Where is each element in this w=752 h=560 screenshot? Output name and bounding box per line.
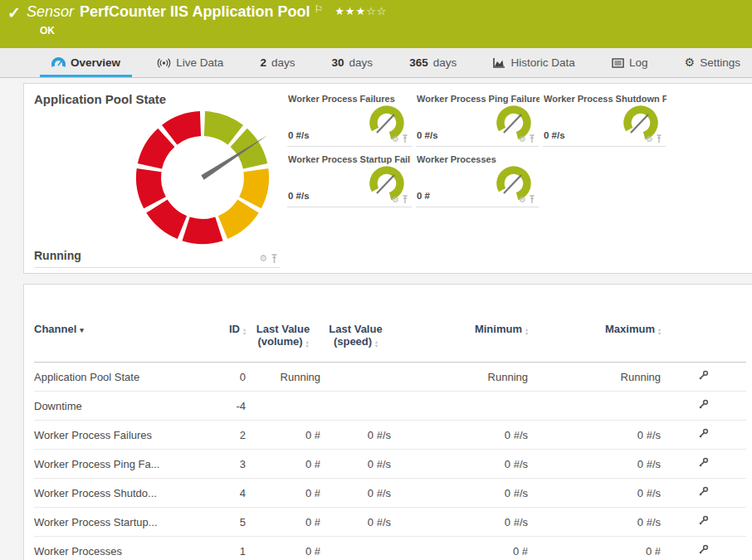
tab-settings[interactable]: ⚙Settings [673, 48, 752, 77]
cell-last-value-speed [320, 363, 391, 392]
table-row[interactable]: Downtime-4 [34, 392, 746, 421]
channel-settings-icon[interactable] [698, 428, 709, 439]
channel-settings-icon[interactable] [698, 399, 709, 410]
table-header-row: Channel▾ ID▴▾ Last Value (volume)▴▾ Last… [34, 285, 746, 363]
cell-channel[interactable]: Worker Process Shutdo... [34, 479, 188, 508]
cell-maximum: Running [528, 363, 661, 392]
col-header-channel[interactable]: Channel▾ [34, 285, 188, 363]
tab-log[interactable]: Log [600, 48, 660, 77]
live-icon [157, 58, 171, 68]
page-title: PerfCounter IIS Application Pool [80, 3, 310, 20]
priority-stars[interactable]: ★★★☆☆ [334, 5, 387, 17]
pin-icon[interactable] [402, 195, 408, 204]
cell-last-value-volume: 0 # [246, 450, 320, 479]
tab-number: 365 [409, 56, 428, 69]
log-icon [612, 58, 624, 68]
application-pool-state-gauge [125, 104, 280, 248]
tab-label: Log [629, 56, 648, 69]
gauge-icon [51, 57, 66, 68]
col-header-last-value-volume[interactable]: Last Value (volume)▴▾ [246, 285, 320, 363]
gear-icon: ⚙ [685, 56, 696, 69]
cell-channel[interactable]: Worker Processes [34, 537, 188, 560]
status-badge: OK [40, 25, 55, 37]
table-row[interactable]: Worker Process Shutdo...40 #0 #/s0 #/s0 … [34, 479, 746, 508]
tab-days[interactable]: 2days [248, 48, 306, 77]
gear-icon[interactable]: ⚙ [392, 134, 399, 144]
cell-channel[interactable]: Worker Process Failures [34, 421, 188, 450]
pin-icon[interactable] [402, 134, 408, 144]
cell-last-value-volume: 0 # [246, 421, 320, 450]
channel-settings-icon[interactable] [698, 544, 709, 555]
cell-minimum [391, 392, 528, 421]
mini-gauge: Worker Process Startup Failu...0 #/s⚙ [287, 152, 412, 207]
table-row[interactable]: Worker Processes10 #0 #0 # [34, 537, 746, 560]
gear-icon[interactable]: ⚙ [392, 195, 399, 204]
tab-label: Historic Data [510, 56, 574, 69]
sort-desc-icon: ▾ [80, 326, 84, 334]
tab-label: Live Data [176, 56, 223, 69]
mini-gauge-title: Worker Processes [417, 154, 496, 164]
tab-live-data[interactable]: Live Data [145, 48, 235, 77]
sort-icon: ▴▾ [525, 328, 528, 336]
pin-icon[interactable] [529, 195, 535, 204]
tab-historic-data[interactable]: Historic Data [481, 48, 586, 77]
cell-minimum: 0 #/s [391, 421, 528, 450]
col-header-minimum[interactable]: Minimum▴▾ [391, 285, 528, 363]
channel-settings-icon[interactable] [698, 515, 709, 526]
cell-channel[interactable]: Application Pool State [34, 363, 188, 392]
cell-id: 3 [188, 450, 246, 479]
col-header-last-value-speed[interactable]: Last Value (speed)▴▾ [320, 285, 391, 363]
sort-icon: ▴▾ [243, 328, 246, 336]
gear-icon[interactable]: ⚙ [646, 134, 653, 144]
cell-id: 0 [188, 363, 246, 392]
tab-overview[interactable]: Overview [40, 48, 132, 77]
cell-last-value-volume [246, 392, 320, 421]
tab-label: days [433, 56, 457, 69]
mini-gauge: Worker Processes0 #⚙ [416, 152, 539, 207]
col-header-maximum[interactable]: Maximum▴▾ [528, 285, 661, 363]
mini-gauge-value: 0 #/s [417, 130, 438, 140]
cell-last-value-volume: 0 # [246, 479, 320, 508]
table-row[interactable]: Application Pool State0RunningRunningRun… [34, 363, 746, 392]
cell-id: 4 [188, 479, 246, 508]
col-header-id[interactable]: ID▴▾ [188, 285, 246, 363]
channel-table-panel: Channel▾ ID▴▾ Last Value (volume)▴▾ Last… [23, 284, 752, 560]
mini-gauge-grid: Worker Process Failures0 #/s⚙Worker Proc… [287, 91, 749, 207]
mini-gauge: Worker Process Ping Failures0 #/s⚙ [416, 91, 539, 147]
table-row[interactable]: Worker Process Startup...50 #0 #/s0 #/s0… [34, 508, 746, 537]
channel-settings-icon[interactable] [698, 486, 709, 497]
pin-icon[interactable] [271, 254, 278, 264]
mini-gauge-value: 0 #/s [288, 191, 310, 201]
cell-id: 2 [188, 421, 246, 450]
tab-label: days [349, 56, 374, 69]
channel-settings-icon[interactable] [698, 457, 709, 468]
cell-channel[interactable]: Worker Process Startup... [34, 508, 188, 537]
mini-gauge-value: 0 #/s [288, 130, 310, 140]
table-row[interactable]: Worker Process Ping Fa...30 #0 #/s0 #/s0… [34, 450, 746, 479]
tab-number: 2 [260, 56, 266, 69]
cell-channel[interactable]: Worker Process Ping Fa... [34, 450, 188, 479]
cell-last-value-speed [320, 392, 391, 421]
cell-channel[interactable]: Downtime [34, 392, 188, 421]
table-row[interactable]: Worker Process Failures20 #0 #/s0 #/s0 #… [34, 421, 746, 450]
sensor-kind-label: Sensor [27, 3, 74, 20]
chart-icon [493, 57, 505, 68]
gear-icon[interactable]: ⚙ [259, 253, 267, 264]
cell-last-value-volume: 0 # [246, 508, 320, 537]
cell-minimum: 0 #/s [391, 450, 528, 479]
channel-settings-icon[interactable] [698, 370, 709, 381]
cell-maximum: 0 # [528, 537, 661, 560]
cell-maximum: 0 #/s [528, 479, 661, 508]
pin-icon[interactable] [529, 134, 535, 144]
cell-id: 1 [188, 537, 246, 560]
tab-days[interactable]: 365days [398, 48, 468, 77]
pin-icon[interactable] [656, 134, 662, 144]
flag-icon[interactable]: ⚐ [314, 3, 323, 15]
cell-minimum: 0 #/s [391, 508, 528, 537]
gear-icon[interactable]: ⚙ [519, 195, 526, 204]
gear-icon[interactable]: ⚙ [519, 134, 526, 144]
cell-last-value-speed [320, 537, 391, 560]
mini-gauge-value: 0 #/s [544, 130, 565, 140]
tab-days[interactable]: 30days [320, 48, 385, 77]
tab-number: 30 [332, 56, 344, 69]
